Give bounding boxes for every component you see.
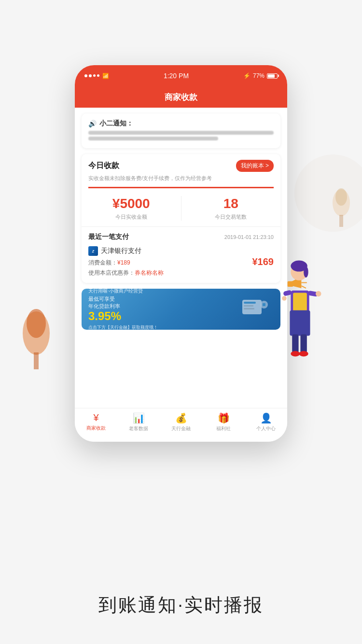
battery-fill — [268, 74, 275, 78]
amount-value: ¥5000 — [82, 196, 181, 211]
tab-icon-finance: 💰 — [175, 412, 187, 424]
collection-card: 今日收款 我的账本 > 实收金额未扣除服务费/支付手续费，仅作为经营参考 ¥50… — [82, 154, 280, 283]
tab-welfare[interactable]: 🎁 福利社 — [202, 412, 245, 432]
banner-rate-highlight: 3.95% — [88, 310, 240, 322]
coupon-row: 使用本店优惠券：券名称名称 — [88, 269, 252, 277]
svg-point-23 — [299, 351, 308, 356]
status-left: 📶 — [84, 73, 109, 79]
tab-label-profile: 个人中心 — [256, 425, 276, 432]
nav-title: 商家收款 — [165, 92, 197, 103]
tab-finance[interactable]: 💰 天行金融 — [160, 412, 202, 432]
signal-dot-3 — [93, 74, 96, 77]
svg-rect-7 — [288, 281, 293, 287]
bank-row: Z 天津银行支付 — [88, 246, 252, 256]
tab-icon-welfare: 🎁 — [218, 412, 230, 424]
svg-rect-26 — [244, 302, 256, 304]
signal-dot-1 — [84, 74, 87, 77]
my-account-label: 我的账本 > — [241, 162, 269, 170]
transaction-label: 今日交易笔数 — [181, 213, 281, 221]
banner-line1: 天行用喔·小微商户经营贷 — [88, 289, 240, 294]
bottom-tagline-container: 到账通知·实时播报 — [0, 593, 362, 617]
signal-dots — [84, 74, 99, 77]
svg-rect-27 — [244, 305, 253, 307]
svg-point-4 — [335, 188, 347, 206]
svg-line-10 — [301, 286, 306, 288]
payment-left: Z 天津银行支付 消费金额：¥189 使用本店优惠券：券名称名称 — [88, 246, 252, 277]
payment-detail: Z 天津银行支付 消费金额：¥189 使用本店优惠券：券名称名称 ¥169 — [88, 246, 274, 277]
svg-point-13 — [304, 266, 308, 278]
battery-percent: 77% — [253, 72, 265, 79]
transaction-value: 18 — [181, 196, 281, 211]
bluetooth-icon: ⚡ — [243, 72, 251, 79]
tab-label-data: 老客数据 — [129, 425, 148, 432]
notification-text-line2 — [88, 137, 218, 140]
coupon-name: 券名称名称 — [135, 269, 164, 276]
tree-left-decoration — [17, 299, 56, 377]
character-illustration — [265, 256, 323, 362]
svg-rect-15 — [293, 293, 307, 311]
tab-icon-data: 📊 — [133, 412, 145, 424]
svg-rect-5 — [339, 215, 343, 227]
wifi-icon: 📶 — [102, 73, 109, 79]
tab-profile[interactable]: 👤 个人中心 — [245, 412, 287, 432]
tree-right-decoration — [328, 183, 355, 232]
speaker-icon: 🔊 — [88, 120, 97, 127]
svg-rect-28 — [244, 308, 254, 309]
coupon-label: 使用本店优惠券： — [88, 269, 135, 276]
battery-icon — [267, 73, 278, 79]
tab-customer-data[interactable]: 📊 老客数据 — [117, 412, 160, 432]
bank-logo: Z — [88, 246, 98, 256]
svg-rect-2 — [34, 352, 39, 369]
payment-info: 消费金额：¥189 — [88, 259, 252, 267]
recent-payment-header: 最近一笔支付 2019-01-01 21:23:10 — [88, 233, 274, 241]
tab-bar: ¥ 商家收款 📊 老客数据 💰 天行金融 🎁 福利社 👤 个人中心 — [75, 408, 287, 442]
tab-merchant-collection[interactable]: ¥ 商家收款 — [75, 412, 117, 432]
banner-line2-prefix: 最低可享受 — [88, 295, 240, 303]
banner-line3: 点击下方【天行金融】获取额度哦！ — [88, 324, 240, 330]
recent-payment-section: 最近一笔支付 2019-01-01 21:23:10 Z 天津银行支付 消费金额… — [82, 226, 280, 283]
banner[interactable]: 天行用喔·小微商户经营贷 最低可享受 年化贷款利率 3.95% 点击下方【天行金… — [82, 289, 280, 330]
banner-prefix-text: 最低可享受 — [88, 296, 115, 302]
banner-text: 天行用喔·小微商户经营贷 最低可享受 年化贷款利率 3.95% 点击下方【天行金… — [88, 289, 240, 330]
bank-logo-icon: Z — [92, 250, 94, 253]
status-time: 1:20 PM — [164, 72, 189, 80]
svg-rect-20 — [292, 335, 298, 353]
nav-bar: 商家收款 — [75, 86, 287, 108]
svg-point-19 — [316, 291, 321, 296]
notification-text-line1 — [88, 131, 274, 135]
svg-point-22 — [291, 351, 300, 356]
stats-row: ¥5000 今日实收金额 18 今日交易笔数 — [82, 188, 280, 226]
collection-header: 今日收款 我的账本 > — [82, 154, 280, 175]
collection-subtitle: 实收金额未扣除服务费/支付手续费，仅作为经营参考 — [82, 175, 280, 187]
tab-icon-merchant: ¥ — [93, 412, 98, 423]
bottom-tagline: 到账通知·实时播报 — [98, 595, 264, 615]
tab-label-merchant: 商家收款 — [86, 425, 106, 432]
notification-card: 🔊 小二通知： — [82, 113, 280, 148]
svg-point-1 — [27, 309, 46, 338]
tab-icon-profile: 👤 — [260, 412, 272, 424]
recent-payment-title: 最近一笔支付 — [88, 233, 129, 241]
amount-label-text: 消费金额： — [88, 259, 117, 266]
status-right: ⚡ 77% — [243, 72, 278, 79]
today-collection-title: 今日收款 — [88, 161, 119, 171]
banner-rate-label: 年化贷款利率 — [88, 303, 240, 310]
svg-point-24 — [282, 296, 287, 301]
tab-label-finance: 天行金融 — [171, 425, 191, 432]
transaction-stat: 18 今日交易笔数 — [181, 196, 281, 221]
tab-label-welfare: 福利社 — [216, 425, 231, 432]
my-account-button[interactable]: 我的账本 > — [236, 160, 274, 172]
svg-rect-16 — [290, 310, 310, 336]
phone-frame: 📶 1:20 PM ⚡ 77% 商家收款 🔊 小二通知： 今日收款 我的账本 > — [75, 65, 287, 442]
svg-rect-17 — [283, 290, 292, 296]
signal-dot-2 — [89, 74, 92, 77]
notification-title: 小二通知： — [99, 119, 133, 128]
amount-label: 今日实收金额 — [82, 213, 181, 221]
notification-header: 🔊 小二通知： — [88, 119, 274, 128]
bank-name: 天津银行支付 — [101, 247, 141, 255]
amount-stat: ¥5000 今日实收金额 — [82, 196, 181, 221]
svg-rect-21 — [300, 335, 306, 353]
status-bar: 📶 1:20 PM ⚡ 77% — [75, 65, 287, 86]
signal-dot-4 — [97, 74, 99, 77]
payment-amount-small: ¥189 — [117, 259, 130, 266]
recent-payment-time: 2019-01-01 21:23:10 — [224, 234, 274, 240]
